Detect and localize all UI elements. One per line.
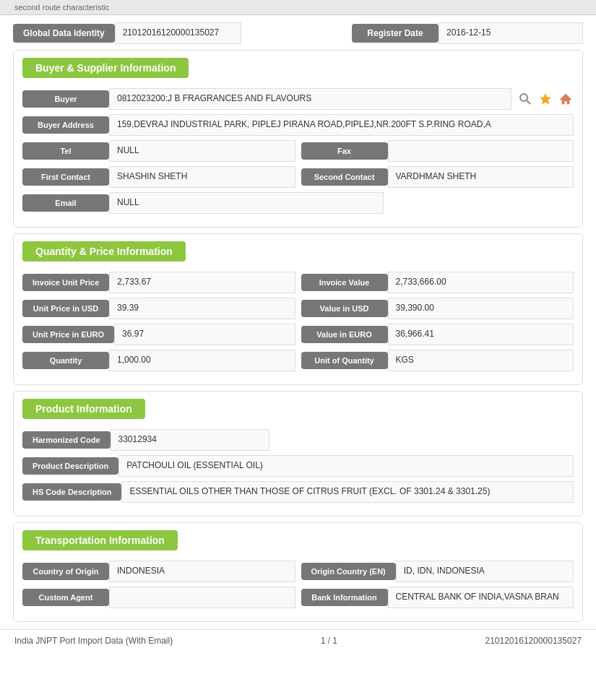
second-contact-label: Second Contact: [301, 168, 388, 186]
invoice-value-label: Invoice Value: [301, 274, 388, 291]
fax-value: [388, 140, 574, 162]
invoice-unit-price-label: Invoice Unit Price: [22, 274, 109, 291]
quantity-value: 1,000.00: [109, 350, 295, 371]
product-desc-row: Product Description PATCHOULI OIL (ESSEN…: [22, 455, 574, 477]
hs-code-value: ESSENTIAL OILS OTHER THAN THOSE OF CITRU…: [121, 481, 574, 503]
origin-country-en-label: Origin Country (EN): [301, 563, 396, 580]
product-section-title: Product Information: [22, 399, 145, 419]
tel-value: NULL: [109, 140, 295, 162]
global-id-row: Global Data Identity 2101201612000013502…: [13, 22, 583, 44]
star-icon[interactable]: [537, 91, 553, 107]
buyer-section-title: Buyer & Supplier Information: [22, 58, 189, 78]
topbar-text: second route characteristic: [14, 3, 109, 12]
fax-label: Fax: [301, 142, 388, 160]
invoice-value-value: 2,733,666.00: [388, 272, 574, 293]
bank-info-value: CENTRAL BANK OF INDIA,VASNA BRAN: [388, 587, 574, 608]
value-usd-value: 39,390.00: [388, 298, 574, 319]
usd-row: Unit Price in USD 39.39 Value in USD 39,…: [22, 298, 574, 319]
transport-section-title: Transportation Information: [22, 530, 178, 550]
custom-agent-value: [109, 587, 295, 608]
unit-quantity-label: Unit of Quantity: [301, 352, 388, 369]
page-wrapper: second route characteristic Global Data …: [0, 0, 596, 700]
unit-price-euro-value: 36.97: [114, 324, 295, 345]
svg-line-1: [527, 100, 530, 104]
invoice-unit-price-value: 2,733.67: [109, 272, 295, 293]
top-bar: second route characteristic: [0, 0, 596, 15]
buyer-supplier-section: Buyer & Supplier Information Buyer 08120…: [13, 50, 583, 228]
bank-info-label: Bank Information: [301, 589, 388, 606]
invoice-row: Invoice Unit Price 2,733.67 Invoice Valu…: [22, 272, 574, 293]
search-icon[interactable]: [517, 91, 533, 107]
hs-code-row: HS Code Description ESSENTIAL OILS OTHER…: [22, 481, 574, 503]
unit-price-usd-label: Unit Price in USD: [22, 300, 109, 317]
footer-right: 21012016120000135027: [485, 636, 582, 646]
origin-country-en-value: ID, IDN, INDONESIA: [396, 561, 574, 582]
footer: India JNPT Port Import Data (With Email)…: [0, 629, 596, 652]
tel-fax-row: Tel NULL Fax: [22, 140, 574, 162]
register-date-label: Register Date: [352, 24, 439, 43]
svg-marker-2: [540, 94, 550, 104]
harmonized-code-value: 33012934: [111, 429, 269, 451]
value-euro-label: Value in EURO: [301, 326, 388, 343]
home-icon[interactable]: [558, 91, 574, 107]
first-contact-value: SHASHIN SHETH: [109, 166, 295, 188]
buyer-address-label: Buyer Address: [22, 116, 109, 134]
global-id-label: Global Data Identity: [13, 24, 115, 43]
quantity-section-title: Quantity & Price Information: [22, 241, 186, 262]
product-desc-label: Product Description: [22, 457, 118, 475]
quantity-row: Quantity 1,000.00 Unit of Quantity KGS: [22, 350, 574, 371]
global-id-value: 21012016120000135027: [115, 22, 241, 44]
product-desc-value: PATCHOULI OIL (ESSENTIAL OIL): [118, 455, 574, 477]
svg-marker-3: [560, 94, 571, 104]
footer-left: India JNPT Port Import Data (With Email): [14, 636, 173, 646]
unit-quantity-value: KGS: [388, 350, 574, 371]
email-label: Email: [22, 194, 109, 212]
register-date-value: 2016-12-15: [439, 22, 583, 44]
first-contact-label: First Contact: [22, 168, 109, 186]
buyer-address-value: 159,DEVRAJ INDUSTRIAL PARK, PIPLEJ PIRAN…: [109, 114, 574, 136]
buyer-value: 0812023200:J B FRAGRANCES AND FLAVOURS: [109, 88, 511, 110]
buyer-row: Buyer 0812023200:J B FRAGRANCES AND FLAV…: [22, 88, 574, 110]
harmonized-code-label: Harmonized Code: [22, 431, 111, 449]
country-origin-label: Country of Origin: [22, 563, 109, 580]
value-euro-value: 36,966.41: [388, 324, 574, 345]
harmonized-code-row: Harmonized Code 33012934: [22, 429, 574, 451]
transport-section: Transportation Information Country of Or…: [13, 522, 583, 622]
agent-bank-row: Custom Agent Bank Information CENTRAL BA…: [22, 587, 574, 608]
buyer-label: Buyer: [22, 90, 109, 108]
euro-row: Unit Price in EURO 36.97 Value in EURO 3…: [22, 324, 574, 345]
origin-row: Country of Origin INDONESIA Origin Count…: [22, 561, 574, 582]
footer-center: 1 / 1: [321, 636, 337, 646]
country-origin-value: INDONESIA: [109, 561, 295, 582]
product-section: Product Information Harmonized Code 3301…: [13, 391, 583, 517]
buyer-address-row: Buyer Address 159,DEVRAJ INDUSTRIAL PARK…: [22, 114, 574, 136]
buyer-icons: [517, 91, 574, 107]
quantity-label: Quantity: [22, 352, 109, 369]
unit-price-usd-value: 39.39: [109, 298, 295, 319]
email-value: NULL: [109, 192, 384, 214]
contact-row: First Contact SHASHIN SHETH Second Conta…: [22, 166, 574, 188]
svg-point-0: [520, 94, 527, 101]
email-row: Email NULL: [22, 192, 574, 214]
quantity-price-section: Quantity & Price Information Invoice Uni…: [13, 233, 583, 385]
unit-price-euro-label: Unit Price in EURO: [22, 326, 114, 343]
tel-label: Tel: [22, 142, 109, 160]
second-contact-value: VARDHMAN SHETH: [388, 166, 574, 188]
custom-agent-label: Custom Agent: [22, 589, 109, 606]
hs-code-label: HS Code Description: [22, 483, 121, 501]
value-usd-label: Value in USD: [301, 300, 388, 317]
